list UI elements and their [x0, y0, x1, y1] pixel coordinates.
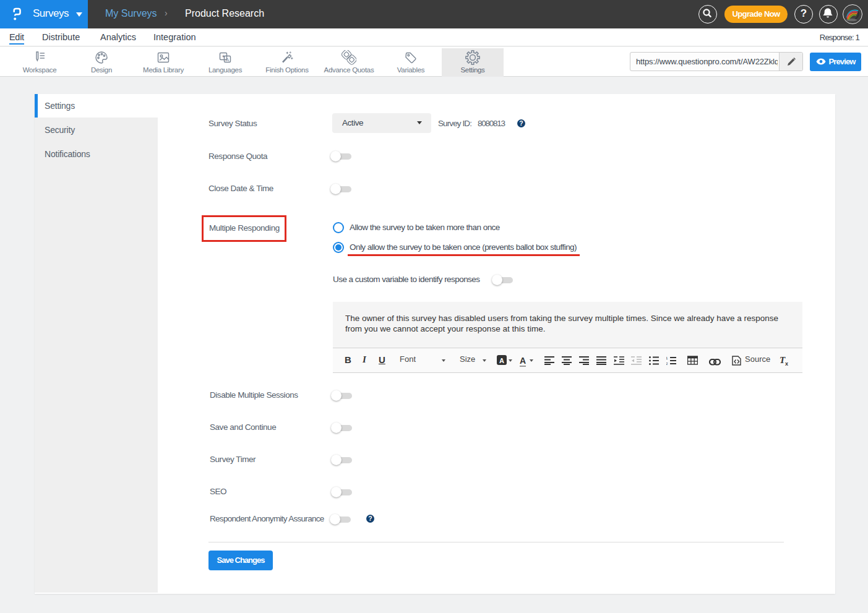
svg-text:✶: ✶ [221, 54, 226, 59]
svg-text:1: 1 [666, 356, 668, 360]
svg-text:2: 2 [666, 362, 668, 365]
svg-text:x: x [785, 361, 788, 366]
svg-text:A: A [226, 57, 230, 62]
svg-text:A: A [499, 357, 504, 364]
